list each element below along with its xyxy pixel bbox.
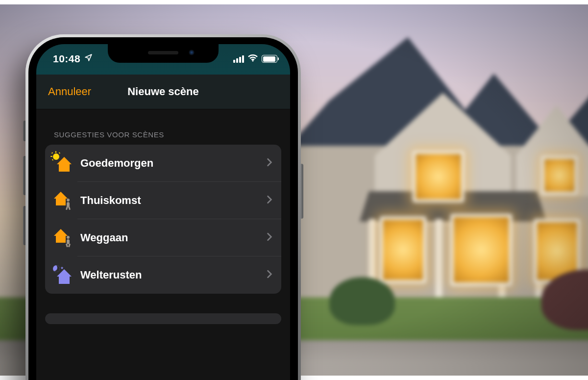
screen: 10:48 Annuleer Nieuwe sc (36, 44, 290, 380)
section-header: SUGGESTIES VOOR SCÈNES (54, 130, 281, 139)
scene-label: Weggaan (80, 231, 267, 244)
cellular-icon (233, 55, 244, 63)
content-area: SUGGESTIES VOOR SCÈNES Goedemorgen (36, 109, 290, 380)
sun-house-icon (52, 152, 74, 174)
scene-row-weggaan[interactable]: Weggaan (45, 219, 281, 256)
phone-mockup: 10:48 Annuleer Nieuwe sc (25, 34, 301, 380)
scene-row-thuiskomst[interactable]: Thuiskomst (45, 182, 281, 219)
scene-label: Welterusten (80, 269, 267, 281)
wifi-icon (247, 54, 258, 64)
chevron-right-icon (267, 232, 272, 243)
scene-label: Goedemorgen (80, 157, 267, 170)
cancel-button[interactable]: Annuleer (48, 85, 91, 98)
chevron-right-icon (267, 270, 272, 280)
scene-suggestion-list: Goedemorgen Thuiskomst (45, 145, 281, 294)
location-icon (84, 53, 93, 64)
house-leave-icon (52, 227, 74, 249)
status-time: 10:48 (53, 53, 80, 65)
chevron-right-icon (267, 195, 272, 206)
top-border (0, 0, 588, 4)
moon-house-icon: ★ (52, 264, 74, 286)
nav-bar: Annuleer Nieuwe scène (36, 75, 290, 109)
scene-row-goedemorgen[interactable]: Goedemorgen (45, 145, 281, 182)
next-card-peek (45, 313, 281, 324)
notch (108, 44, 219, 63)
house-arrive-icon (52, 190, 74, 211)
scene-row-welterusten[interactable]: ★ Welterusten (45, 256, 281, 294)
battery-icon (262, 55, 277, 63)
chevron-right-icon (267, 158, 272, 169)
scene-label: Thuiskomst (80, 194, 267, 207)
